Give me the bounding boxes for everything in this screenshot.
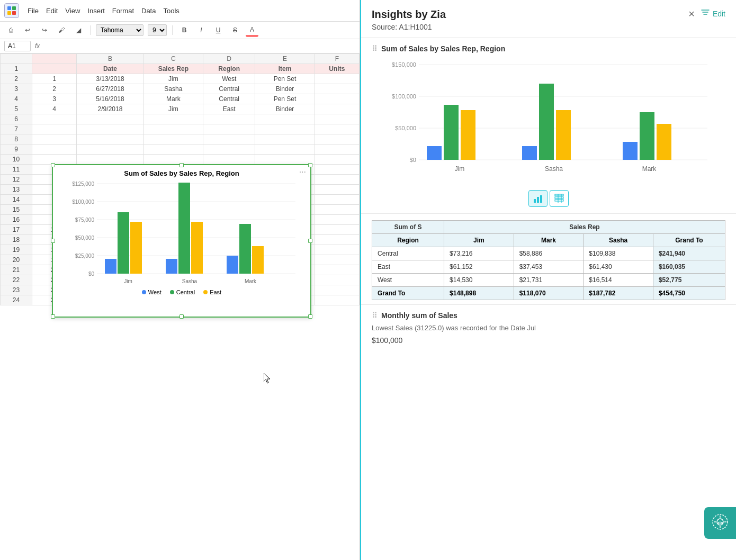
cell-c[interactable]: Sasha xyxy=(143,84,203,94)
pivot-row-west: West $14,530 $21,731 $16,514 $52,775 xyxy=(372,274,725,287)
row-num: 1 xyxy=(1,64,32,74)
paint-button[interactable]: 🖌 xyxy=(55,24,68,37)
cell-f[interactable] xyxy=(315,74,359,84)
cell-f1[interactable]: Units xyxy=(315,64,359,74)
pivot-jim: $14,530 xyxy=(444,274,514,287)
svg-text:$125,000: $125,000 xyxy=(72,181,94,187)
insights-source: Source: A1:H1001 xyxy=(372,23,446,31)
resize-handle-mr[interactable] xyxy=(308,239,312,243)
cell-d[interactable]: West xyxy=(203,74,255,84)
font-select[interactable]: Tahoma xyxy=(96,24,143,36)
cell-c1[interactable]: Sales Rep xyxy=(143,64,203,74)
cell-b[interactable]: 5/16/2018 xyxy=(77,94,143,104)
svg-text:$50,000: $50,000 xyxy=(75,235,95,241)
resize-handle-ml[interactable] xyxy=(51,239,55,243)
cell-f[interactable] xyxy=(315,104,359,114)
bold-button[interactable]: B xyxy=(178,24,191,37)
edit-label[interactable]: Edit xyxy=(713,10,725,18)
font-size-select[interactable]: 9 xyxy=(148,24,167,36)
italic-button[interactable]: I xyxy=(195,24,208,37)
col-header-f: F xyxy=(315,54,359,64)
table-row: 1 Date Sales Rep Region Item Units xyxy=(1,64,360,74)
chart-options-button[interactable]: ··· xyxy=(299,167,306,177)
embedded-chart[interactable]: ··· Sum of Sales by Sales Rep, Region $1… xyxy=(52,164,311,318)
svg-rect-37 xyxy=(444,105,459,160)
strikethrough-button[interactable]: S xyxy=(229,24,241,37)
legend-west: West xyxy=(142,289,161,295)
cell-f[interactable] xyxy=(315,84,359,94)
fill-button[interactable]: ◢ xyxy=(72,24,85,37)
menu-view[interactable]: View xyxy=(65,7,80,15)
row-num: 24 xyxy=(1,295,32,305)
fx-label: fx xyxy=(35,42,40,50)
table-row: 6 xyxy=(1,114,360,124)
cell-c[interactable]: Mark xyxy=(143,94,203,104)
row-num: 14 xyxy=(1,195,32,205)
undo-button[interactable]: ↩ xyxy=(21,24,34,37)
cell-b1[interactable]: Date xyxy=(77,64,143,74)
table-view-button[interactable] xyxy=(550,190,569,207)
font-color-button[interactable]: A xyxy=(246,24,258,37)
formula-input[interactable] xyxy=(44,42,355,50)
resize-handle-tr[interactable] xyxy=(308,163,312,167)
table-row: 7 xyxy=(1,124,360,134)
pivot-total: $160,035 xyxy=(653,260,725,274)
cell-a[interactable]: 2 xyxy=(32,84,77,94)
svg-text:$0: $0 xyxy=(88,271,95,277)
cell-e[interactable]: Pen Set xyxy=(255,74,315,84)
cell-a[interactable]: 3 xyxy=(32,94,77,104)
cell-a[interactable]: 1 xyxy=(32,74,77,84)
cell-d[interactable]: East xyxy=(203,104,255,114)
print-button[interactable]: ⎙ xyxy=(4,24,17,37)
cell-d[interactable]: Central xyxy=(203,84,255,94)
row-num: 18 xyxy=(1,235,32,245)
pivot-region: East xyxy=(372,260,444,274)
resize-handle-tm[interactable] xyxy=(179,163,184,167)
cell-d[interactable]: Central xyxy=(203,94,255,104)
redo-button[interactable]: ↪ xyxy=(38,24,51,37)
resize-handle-bm[interactable] xyxy=(179,314,184,319)
cell-c[interactable]: Jim xyxy=(143,104,203,114)
cell-a1[interactable] xyxy=(32,64,77,74)
cell-e1[interactable]: Item xyxy=(255,64,315,74)
cell-d1[interactable]: Region xyxy=(203,64,255,74)
row-num: 12 xyxy=(1,175,32,185)
cell-e[interactable]: Pen Set xyxy=(255,94,315,104)
cell-a[interactable]: 4 xyxy=(32,104,77,114)
cell-e[interactable]: Binder xyxy=(255,84,315,94)
chart-body: $125,000 $100,000 $75,000 $50,000 $25,00… xyxy=(53,179,310,297)
menu-bar: File Edit View Insert Format Data Tools xyxy=(0,0,360,22)
cell-c[interactable]: Jim xyxy=(143,74,203,84)
cell-b[interactable]: 6/27/2018 xyxy=(77,84,143,94)
cell-f[interactable] xyxy=(315,94,359,104)
filter-edit-button[interactable]: Edit xyxy=(701,8,725,19)
resize-handle-bl[interactable] xyxy=(51,314,55,319)
pivot-sasha: $16,514 xyxy=(584,274,653,287)
svg-rect-2 xyxy=(7,11,11,15)
menu-file[interactable]: File xyxy=(28,7,39,15)
menu-data[interactable]: Data xyxy=(141,7,156,15)
svg-rect-41 xyxy=(556,110,571,160)
close-button[interactable]: × xyxy=(688,8,695,19)
menu-insert[interactable]: Insert xyxy=(87,7,105,15)
cell-b[interactable]: 3/13/2018 xyxy=(77,74,143,84)
pivot-jim: $73,216 xyxy=(444,247,514,260)
bar-chart-button[interactable] xyxy=(528,190,547,207)
cell-reference[interactable] xyxy=(4,41,31,51)
row-num: 4 xyxy=(1,94,32,104)
menu-items: File Edit View Insert Format Data Tools xyxy=(28,7,179,15)
menu-edit[interactable]: Edit xyxy=(46,7,58,15)
underline-button[interactable]: U xyxy=(212,24,225,37)
svg-rect-36 xyxy=(427,146,442,160)
zia-button[interactable]: zia xyxy=(704,507,736,539)
menu-tools[interactable]: Tools xyxy=(163,7,179,15)
resize-handle-br[interactable] xyxy=(308,314,312,319)
cell-e[interactable]: Binder xyxy=(255,104,315,114)
svg-rect-51 xyxy=(555,194,563,196)
resize-handle-tl[interactable] xyxy=(51,163,55,167)
cell-b[interactable]: 2/9/2018 xyxy=(77,104,143,114)
svg-text:Mark: Mark xyxy=(642,165,657,173)
menu-format[interactable]: Format xyxy=(112,7,134,15)
legend-central: Central xyxy=(170,289,195,295)
row-num: 13 xyxy=(1,185,32,195)
